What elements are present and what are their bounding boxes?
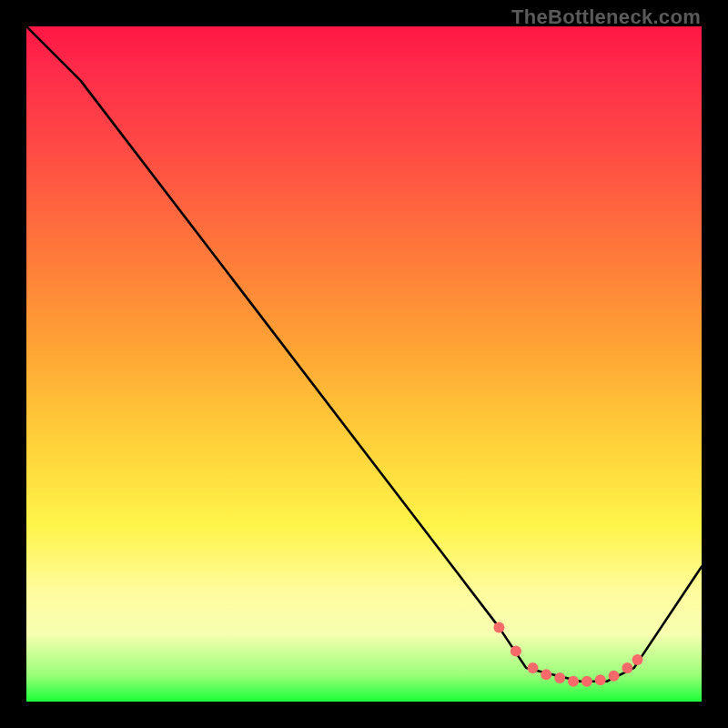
data-point: [632, 654, 643, 665]
data-point: [511, 645, 521, 656]
chart-stage: TheBottleneck.com: [0, 0, 728, 728]
data-point: [528, 662, 539, 673]
data-point: [581, 676, 592, 687]
data-point: [493, 622, 504, 632]
data-point: [622, 662, 632, 673]
data-point: [554, 672, 565, 683]
chart-overlay: [26, 26, 702, 702]
data-point: [568, 676, 579, 687]
plot-area: [26, 26, 702, 702]
data-point: [595, 674, 606, 685]
curve-line: [26, 26, 702, 682]
data-point: [609, 671, 620, 682]
data-point: [541, 669, 551, 680]
